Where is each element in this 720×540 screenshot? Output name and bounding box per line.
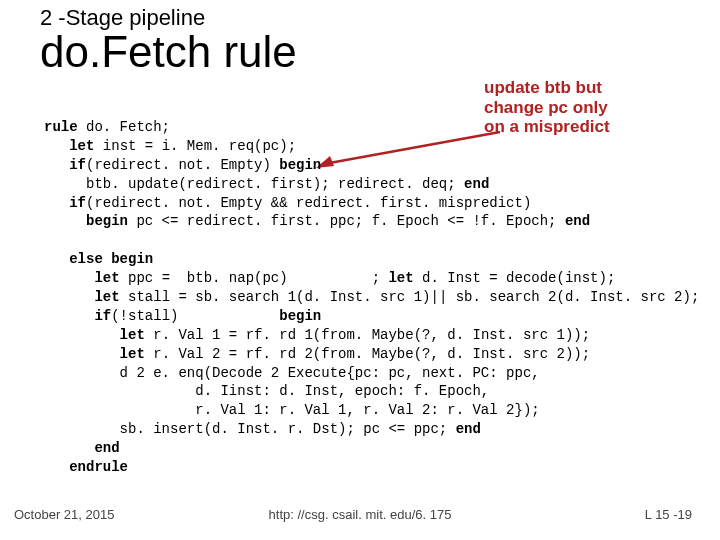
title-large: do.Fetch rule <box>40 29 720 75</box>
footer-url: http: //csg. csail. mit. edu/6. 175 <box>269 507 452 522</box>
kw-end: end <box>456 421 481 437</box>
title-block: 2 -Stage pipeline do.Fetch rule <box>0 0 720 75</box>
kw-begin: begin <box>279 157 321 173</box>
kw-if: if <box>44 308 111 324</box>
annotation-line: change pc only <box>484 98 664 118</box>
kw-end: end <box>464 176 489 192</box>
kw-if: if <box>44 157 86 173</box>
annotation-line: update btb but <box>484 78 664 98</box>
kw-rule: rule <box>44 119 78 135</box>
footer-page: L 15 -19 <box>645 507 692 522</box>
kw-if: if <box>44 195 86 211</box>
code-block: rule do. Fetch; let inst = i. Mem. req(p… <box>44 118 692 477</box>
kw-let: let <box>44 289 120 305</box>
kw-begin: begin <box>44 213 128 229</box>
kw-let: let <box>44 346 145 362</box>
title-small: 2 -Stage pipeline <box>40 6 720 29</box>
kw-let: let <box>44 270 120 286</box>
kw-else-begin: else begin <box>44 251 153 267</box>
kw-begin: begin <box>279 308 321 324</box>
kw-endrule: endrule <box>44 459 128 475</box>
footer-date: October 21, 2015 <box>14 507 114 522</box>
kw-let: let <box>44 327 145 343</box>
kw-end: end <box>44 440 120 456</box>
kw-let: let <box>388 270 413 286</box>
kw-let: let <box>44 138 94 154</box>
kw-end: end <box>565 213 590 229</box>
slide: 2 -Stage pipeline do.Fetch rule update b… <box>0 0 720 540</box>
